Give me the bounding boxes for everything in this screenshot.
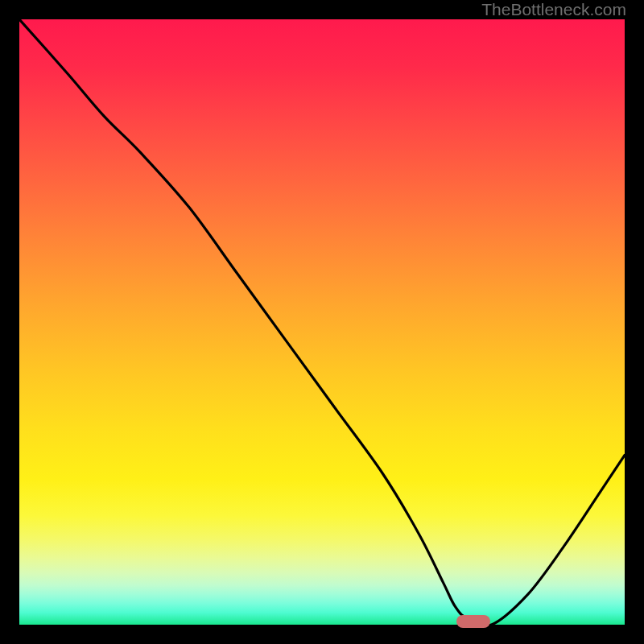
watermark-text: TheBottleneck.com (481, 0, 626, 19)
gradient-background (19, 19, 625, 625)
plot-area (19, 19, 625, 625)
chart-frame: TheBottleneck.com (0, 0, 644, 644)
